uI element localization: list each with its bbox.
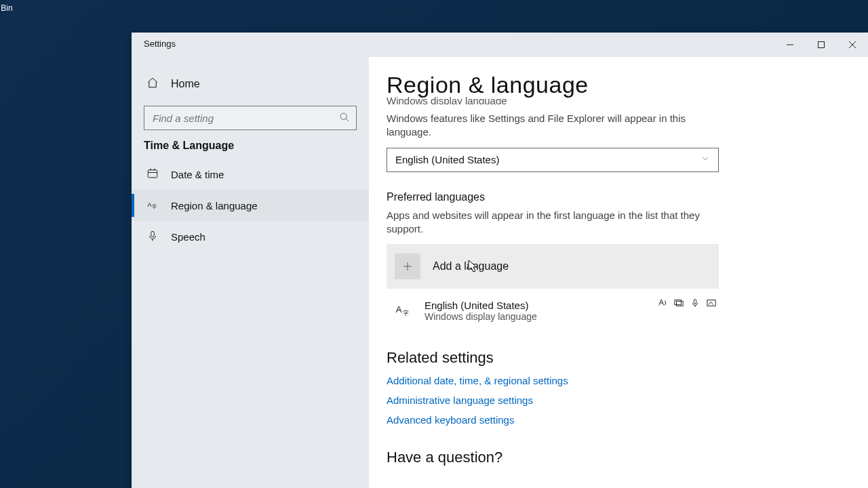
language-icon: A字 [146, 199, 159, 213]
home-label: Home [171, 78, 200, 90]
svg-text:A: A [148, 201, 152, 208]
search-icon [339, 112, 350, 125]
close-button[interactable] [837, 33, 868, 57]
display-language-select[interactable]: English (United States) [387, 148, 719, 172]
display-language-header-cut: Windows display language [387, 95, 848, 104]
link-administrative-language[interactable]: Administrative language settings [387, 394, 848, 406]
svg-text:字: 字 [152, 204, 157, 209]
desktop-recycle-bin[interactable]: e Bin [0, 1, 27, 14]
svg-rect-19 [677, 301, 684, 306]
plus-icon [395, 253, 420, 279]
svg-rect-1 [818, 42, 825, 48]
sidebar-item-region-language[interactable]: A字 Region & language [132, 190, 369, 221]
language-feature-icons [658, 298, 716, 310]
language-item[interactable]: A字 English (United States) Windows displ… [387, 294, 719, 327]
language-subtext: Windows display language [425, 311, 537, 322]
svg-text:字: 字 [403, 310, 409, 317]
have-question-header: Have a question? [387, 449, 848, 466]
preferred-languages-header: Preferred languages [387, 191, 848, 203]
svg-rect-20 [694, 300, 696, 304]
display-language-value: English (United States) [395, 154, 499, 165]
display-icon [674, 298, 684, 310]
sidebar: Home Time & Language Date & time A字 R [132, 57, 369, 488]
settings-window: Settings Home Time & Langu [132, 33, 868, 488]
svg-text:A: A [396, 304, 402, 314]
add-language-button[interactable]: Add a language [387, 244, 719, 289]
microphone-icon [146, 230, 159, 244]
titlebar: Settings [132, 33, 868, 57]
search-input[interactable] [144, 106, 357, 130]
add-language-label: Add a language [433, 260, 509, 272]
search-wrap [144, 106, 357, 130]
language-glyph-icon: A字 [395, 301, 412, 321]
preferred-languages-desc: Apps and websites will appear in the fir… [387, 209, 719, 237]
display-language-desc: Windows features like Settings and File … [387, 112, 719, 140]
sidebar-item-speech[interactable]: Speech [132, 221, 369, 252]
svg-rect-6 [148, 169, 157, 177]
svg-rect-12 [151, 231, 155, 237]
clock-icon [146, 167, 159, 182]
sidebar-item-label: Date & time [171, 169, 224, 180]
handwriting-icon [707, 298, 716, 310]
svg-point-4 [340, 113, 347, 119]
svg-line-5 [346, 119, 349, 121]
maximize-button[interactable] [806, 33, 837, 57]
minimize-button[interactable] [774, 33, 806, 57]
speech-icon [690, 298, 700, 310]
chevron-down-icon [701, 154, 710, 165]
sidebar-category: Time & Language [132, 140, 369, 159]
link-additional-regional[interactable]: Additional date, time, & regional settin… [387, 375, 848, 386]
svg-rect-18 [675, 300, 682, 305]
sidebar-item-label: Region & language [171, 200, 258, 211]
content-pane: Region & language Windows display langua… [369, 57, 868, 488]
text-to-speech-icon [658, 298, 667, 310]
window-title: Settings [144, 39, 176, 49]
language-name: English (United States) [425, 300, 537, 311]
sidebar-home[interactable]: Home [132, 69, 369, 99]
sidebar-item-label: Speech [171, 231, 205, 243]
related-settings-header: Related settings [387, 349, 848, 367]
link-advanced-keyboard[interactable]: Advanced keyboard settings [387, 414, 848, 426]
sidebar-item-date-time[interactable]: Date & time [132, 159, 369, 190]
home-icon [146, 77, 159, 92]
recycle-bin-label: e Bin [0, 3, 13, 13]
